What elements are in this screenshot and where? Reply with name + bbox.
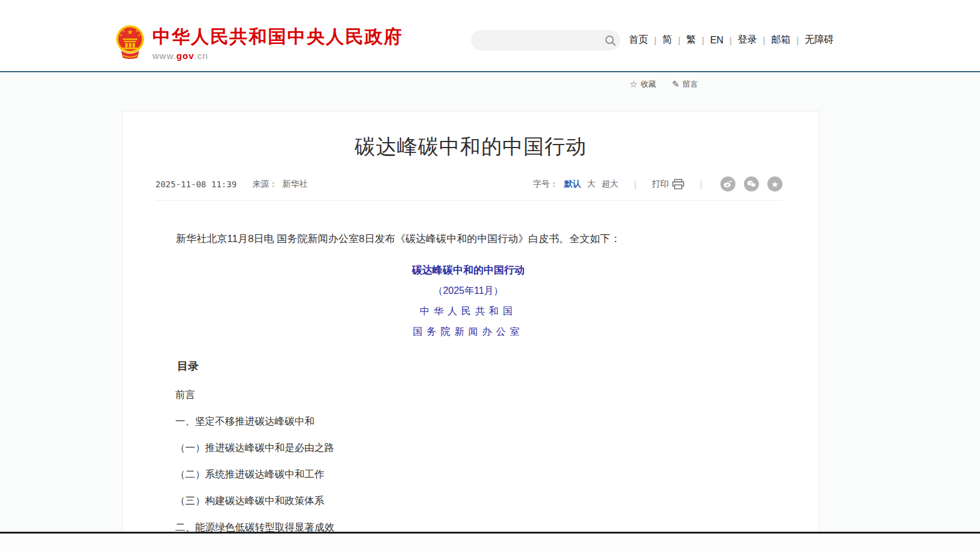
site-title-block: 中华人民共和国中央人民政府 www.gov.cn <box>152 24 403 61</box>
publish-date: 2025-11-08 11:39 <box>155 179 237 189</box>
toc-item-1-2: （二）系统推进碳达峰碳中和工作 <box>155 469 781 479</box>
nav-home[interactable]: 首页 <box>629 34 648 46</box>
article-meta-row: 2025-11-08 11:39 来源： 新华社 字号： 默认 大 超大 | 打… <box>155 176 782 201</box>
font-size-default[interactable]: 默认 <box>564 179 581 190</box>
article-action-row: ☆ 收藏 ✎ 留言 <box>629 79 698 90</box>
toc-item-2: 二、能源绿色低碳转型取得显著成效 <box>155 522 781 532</box>
nav-separator: | <box>654 36 657 45</box>
site-title: 中华人民共和国中央人民政府 <box>152 26 403 47</box>
svg-text:★: ★ <box>127 28 133 36</box>
meta-left: 2025-11-08 11:39 来源： 新华社 <box>155 179 308 190</box>
nav-separator: | <box>702 36 704 45</box>
share-favorite-icon[interactable]: ★ <box>767 176 782 191</box>
doc-org-office: 国务院新闻办公室 <box>155 326 781 338</box>
nav-separator: | <box>796 36 799 45</box>
doc-date: （2025年11月） <box>155 285 781 297</box>
site-header: ★ ★ ★ ★ ★ 中华人民共和国中央人民政府 www.gov.cn <box>0 0 980 71</box>
meta-separator: | <box>700 179 702 189</box>
meta-right: 字号： 默认 大 超大 | 打印 | <box>533 176 782 191</box>
svg-text:★: ★ <box>122 29 125 33</box>
star-outline-icon: ☆ <box>629 79 637 90</box>
article-title: 碳达峰碳中和的中国行动 <box>123 133 819 161</box>
printer-icon <box>672 179 684 190</box>
source-label: 来源： <box>252 179 278 190</box>
nav-separator: | <box>729 36 732 45</box>
toc-heading: 目录 <box>155 359 781 373</box>
nav-separator: | <box>678 36 681 45</box>
source-name[interactable]: 新华社 <box>282 179 308 190</box>
nav-simplified[interactable]: 简 <box>663 34 672 46</box>
nav-separator: | <box>763 36 766 45</box>
page: ★ ★ ★ ★ ★ 中华人民共和国中央人民政府 www.gov.cn <box>0 0 980 551</box>
font-size-label: 字号： <box>533 179 558 190</box>
search-box <box>471 30 620 51</box>
doc-org-country: 中华人民共和国 <box>155 305 781 318</box>
top-nav: 首页| 简| 繁| EN| 登录| 邮箱| 无障碍 <box>629 34 834 46</box>
article-card: 碳达峰碳中和的中国行动 2025-11-08 11:39 来源： 新华社 字号：… <box>122 111 819 532</box>
article-content: 新华社北京11月8日电 国务院新闻办公室8日发布《碳达峰碳中和的中国行动》白皮书… <box>123 231 819 532</box>
svg-text:★: ★ <box>136 29 139 33</box>
nav-english[interactable]: EN <box>710 35 723 46</box>
toc-item-1-3: （三）构建碳达峰碳中和政策体系 <box>155 496 781 506</box>
toc-item-1-1: （一）推进碳达峰碳中和是必由之路 <box>155 443 781 453</box>
nav-traditional[interactable]: 繁 <box>686 34 696 46</box>
print-button[interactable]: 打印 <box>652 179 684 190</box>
search-icon <box>605 35 616 46</box>
comment-button[interactable]: ✎ 留言 <box>672 79 698 90</box>
print-label: 打印 <box>652 179 669 190</box>
font-size-xlarge[interactable]: 超大 <box>602 179 619 190</box>
doc-title: 碳达峰碳中和的中国行动 <box>155 263 781 277</box>
site-logo[interactable]: ★ ★ ★ ★ ★ 中华人民共和国中央人民政府 www.gov.cn <box>115 24 403 61</box>
search-input[interactable] <box>471 31 600 49</box>
site-url: www.gov.cn <box>152 51 403 61</box>
share-wechat-icon[interactable] <box>744 176 759 191</box>
lead-paragraph: 新华社北京11月8日电 国务院新闻办公室8日发布《碳达峰碳中和的中国行动》白皮书… <box>155 231 781 247</box>
nav-login[interactable]: 登录 <box>738 34 757 46</box>
svg-text:★: ★ <box>138 33 141 37</box>
favorite-label: 收藏 <box>640 79 656 90</box>
favorite-button[interactable]: ☆ 收藏 <box>629 79 656 90</box>
national-emblem-icon: ★ ★ ★ ★ ★ <box>115 24 145 59</box>
toc-item-preface: 前言 <box>155 390 781 400</box>
below-viewport-area <box>0 534 980 551</box>
pencil-icon: ✎ <box>672 79 679 90</box>
toc-item-1: 一、坚定不移推进碳达峰碳中和 <box>155 416 781 426</box>
share-weibo-icon[interactable] <box>720 176 735 191</box>
font-size-large[interactable]: 大 <box>587 179 596 190</box>
nav-mail[interactable]: 邮箱 <box>771 34 790 46</box>
comment-label: 留言 <box>682 79 698 90</box>
search-button[interactable] <box>600 30 620 51</box>
svg-text:★: ★ <box>120 33 123 37</box>
meta-separator: | <box>634 179 637 189</box>
nav-accessibility[interactable]: 无障碍 <box>805 34 834 46</box>
